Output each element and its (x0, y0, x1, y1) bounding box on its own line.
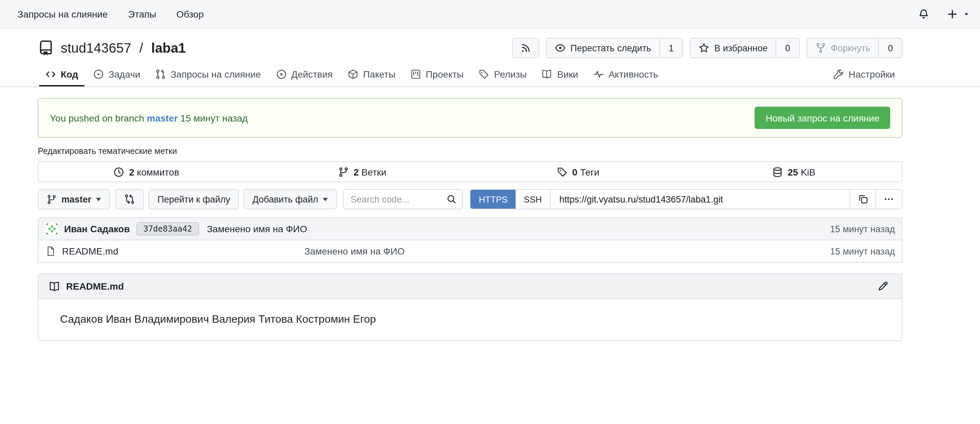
branch-icon (338, 166, 349, 177)
https-protocol-button[interactable]: HTTPS (471, 190, 515, 209)
code-toolbar: master Перейти к файлу Добавить файл (38, 189, 902, 209)
push-notice-banner: You pushed on branch master 15 минут наз… (38, 98, 902, 138)
code-search-input[interactable] (351, 194, 447, 204)
copy-url-button[interactable] (850, 190, 875, 209)
repo-stats-bar: 2 коммитов 2 Ветки 0 Теги (38, 161, 902, 182)
watch-count[interactable]: 1 (659, 38, 683, 57)
tab-projects[interactable]: Проекты (403, 65, 471, 87)
clone-url-group: HTTPS SSH (470, 189, 902, 209)
commits-stat[interactable]: 2 коммитов (38, 162, 255, 182)
tags-stat[interactable]: 0 Теги (470, 162, 686, 182)
notifications-bell-icon[interactable] (918, 8, 929, 19)
ssh-protocol-button[interactable]: SSH (515, 190, 550, 209)
tab-label: Код (61, 69, 78, 80)
goto-file-button[interactable]: Перейти к файлу (149, 189, 239, 209)
compare-branches-button[interactable] (116, 189, 144, 209)
book-icon (542, 69, 552, 80)
tab-settings[interactable]: Настройки (826, 65, 902, 87)
branch-link[interactable]: master (147, 112, 178, 123)
file-icon (45, 246, 56, 257)
top-navbar: Запросы на слияние Этапы Обзор (0, 0, 980, 29)
star-count[interactable]: 0 (776, 38, 799, 57)
tabs-divider (0, 86, 980, 87)
size-stat[interactable]: 25 KiB (686, 162, 902, 182)
pulse-icon (593, 69, 604, 80)
tools-icon (833, 69, 844, 80)
fork-icon (815, 43, 826, 53)
navbar-links: Запросы на слияние Этапы Обзор (18, 8, 204, 19)
tab-label: Задачи (109, 69, 140, 80)
branch-selector[interactable]: master (38, 189, 110, 209)
tab-label: Проекты (426, 69, 464, 80)
ellipsis-icon (883, 194, 894, 204)
tab-label: Действия (291, 69, 333, 80)
tag-icon (557, 166, 568, 177)
star-button[interactable]: В избранное 0 (690, 38, 800, 58)
git-compare-icon (124, 194, 135, 204)
eye-icon (555, 43, 566, 53)
chevron-down-icon (963, 10, 970, 17)
fork-button[interactable]: Форкнуть 0 (807, 38, 902, 58)
nav-item-merge-requests[interactable]: Запросы на слияние (18, 8, 108, 19)
file-age: 15 минут назад (830, 246, 895, 256)
tab-code[interactable]: Код (38, 65, 86, 87)
tab-packages[interactable]: Пакеты (340, 65, 403, 87)
book-icon (49, 281, 60, 292)
tab-label: Релизы (494, 69, 527, 80)
rss-icon (520, 43, 531, 53)
tab-label: Настройки (849, 69, 895, 80)
commit-hash-badge[interactable]: 37de83aa42 (137, 222, 199, 236)
tab-actions[interactable]: Действия (268, 65, 340, 87)
tab-label: Запросы на слияние (171, 69, 261, 80)
tab-releases[interactable]: Релизы (471, 65, 534, 87)
fork-label: Форкнуть (831, 43, 870, 53)
tab-wiki[interactable]: Вики (534, 65, 585, 87)
clone-url-input[interactable] (551, 190, 850, 209)
branches-stat[interactable]: 2 Ветки (255, 162, 471, 182)
add-file-dropdown[interactable]: Добавить файл (243, 189, 337, 209)
push-notice-text: You pushed on branch master 15 минут наз… (50, 112, 248, 123)
package-icon (348, 69, 358, 80)
commit-age: 15 минут назад (830, 224, 895, 234)
edit-topics-link[interactable]: Редактировать тематические метки (38, 147, 177, 156)
tab-label: Активность (608, 69, 658, 80)
branch-icon (46, 194, 57, 204)
rss-feed-button[interactable] (512, 38, 539, 58)
tab-pull-requests[interactable]: Запросы на слияние (148, 65, 268, 87)
nav-item-explore[interactable]: Обзор (177, 8, 204, 19)
repo-title-slash: / (139, 40, 143, 56)
readme-content: Садаков Иван Владимирович Валерия Титова… (38, 299, 902, 340)
readme-text: Садаков Иван Владимирович Валерия Титова… (60, 313, 880, 325)
latest-commit-row: Иван Садаков 37de83aa42 Заменено имя на … (38, 217, 902, 241)
repo-action-buttons: Перестать следить 1 В избранное 0 (512, 38, 902, 58)
file-row: README.md Заменено имя на ФИО 15 минут н… (38, 241, 902, 263)
edit-readme-button[interactable] (877, 281, 888, 292)
search-icon[interactable] (447, 194, 457, 204)
database-icon (772, 166, 783, 177)
plus-icon (947, 8, 958, 19)
repo-name-link[interactable]: laba1 (151, 40, 186, 56)
commit-message[interactable]: Заменено имя на ФИО (207, 223, 307, 234)
project-board-icon (410, 69, 421, 80)
pencil-icon (877, 281, 888, 292)
repo-tabs: Код Задачи Запросы на слияние (38, 65, 902, 87)
readme-panel: README.md Садаков Иван Владимирович Вале… (38, 273, 902, 341)
create-new-dropdown[interactable] (947, 8, 970, 19)
avatar[interactable] (45, 222, 59, 236)
repo-title: stud143657/laba1 (38, 40, 186, 56)
new-merge-request-button[interactable]: Новый запрос на слияние (755, 107, 890, 129)
unwatch-button[interactable]: Перестать следить 1 (546, 38, 683, 58)
unwatch-label: Перестать следить (570, 43, 651, 53)
file-link[interactable]: README.md (45, 246, 304, 257)
issue-icon (93, 69, 104, 80)
file-commit-message[interactable]: Заменено имя на ФИО (304, 246, 830, 257)
repo-icon (38, 40, 54, 56)
readme-title: README.md (49, 281, 124, 292)
tab-issues[interactable]: Задачи (86, 65, 148, 87)
nav-item-milestones[interactable]: Этапы (128, 8, 156, 19)
repo-owner-link[interactable]: stud143657 (61, 40, 131, 56)
fork-count[interactable]: 0 (878, 38, 902, 57)
tab-activity[interactable]: Активность (585, 65, 665, 87)
more-options-button[interactable] (875, 190, 902, 209)
commit-author[interactable]: Иван Садаков (64, 223, 130, 234)
